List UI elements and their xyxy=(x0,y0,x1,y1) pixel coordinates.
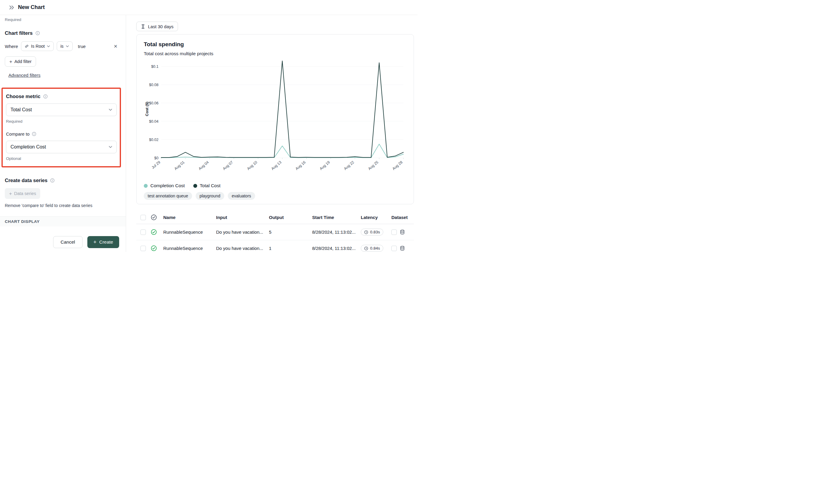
legend-dot-total-cost xyxy=(193,184,197,188)
run-input: Do you have vacation... xyxy=(216,230,268,235)
column-header-output: Output xyxy=(269,215,311,220)
filter-field-value: Is Root xyxy=(31,44,45,48)
latency-badge: 0.83s xyxy=(361,229,383,235)
project-tags: test annotation queue playground evaluat… xyxy=(144,192,406,200)
filter-value[interactable]: true xyxy=(78,44,86,49)
clock-icon xyxy=(364,230,368,234)
compare-to-label: Compare to xyxy=(6,131,29,136)
cancel-button[interactable]: Cancel xyxy=(53,236,83,248)
svg-text:$0.08: $0.08 xyxy=(149,83,159,87)
tag-test-annotation-queue[interactable]: test annotation queue xyxy=(144,192,192,200)
compare-to-heading: Compare to xyxy=(6,131,117,136)
run-name[interactable]: RunnableSequence xyxy=(163,246,215,251)
latency-badge: 0.84s xyxy=(361,245,383,252)
create-button-label: Create xyxy=(99,239,113,245)
compare-to-select[interactable]: Completion Cost xyxy=(6,141,117,153)
column-header-input: Input xyxy=(216,215,268,220)
column-header-latency: Latency xyxy=(361,215,390,220)
dataset-cell xyxy=(391,230,414,235)
tag-playground[interactable]: playground xyxy=(196,192,224,200)
dataset-checkbox[interactable] xyxy=(391,230,397,235)
metric-required-hint: Required xyxy=(6,119,117,124)
link-icon xyxy=(25,44,29,48)
chart-display-section-label: CHART DISPLAY xyxy=(0,216,126,227)
info-icon[interactable] xyxy=(50,178,55,183)
column-header-start-time: Start Time xyxy=(312,215,360,220)
filter-operator-value: is xyxy=(60,44,63,48)
column-header-dataset: Dataset xyxy=(391,215,414,220)
chart-subtitle: Total cost across multiple projects xyxy=(144,51,406,57)
time-range-label: Last 30 days xyxy=(148,24,174,29)
runs-table: Name Input Output Start Time Latency Dat… xyxy=(136,211,414,252)
svg-text:$0.02: $0.02 xyxy=(149,138,159,142)
chevron-down-icon xyxy=(66,45,69,47)
collapse-panel-icon[interactable] xyxy=(9,5,15,10)
svg-text:Aug 22: Aug 22 xyxy=(343,160,355,171)
add-filter-label: Add filter xyxy=(15,59,32,64)
legend-label-completion-cost: Completion Cost xyxy=(150,183,185,188)
dataset-checkbox[interactable] xyxy=(391,246,397,251)
create-data-series-title: Create data series xyxy=(5,177,47,183)
run-start-time: 8/28/2024, 11:13:02... xyxy=(312,230,360,235)
chart-preview-card: Total spending Total cost across multipl… xyxy=(136,34,414,204)
database-icon[interactable] xyxy=(400,230,405,235)
plus-icon: + xyxy=(9,59,12,64)
filter-operator-dropdown[interactable]: is xyxy=(57,41,72,51)
data-series-note: Remove 'compare to' field to create data… xyxy=(5,203,119,208)
chart-legend: Completion Cost Total Cost xyxy=(144,183,406,188)
run-name[interactable]: RunnableSequence xyxy=(163,230,215,235)
select-all-checkbox[interactable] xyxy=(141,215,146,220)
success-status-icon xyxy=(151,229,162,235)
page-body: Required Chart filters Where Is Root xyxy=(0,15,418,252)
latency-value: 0.84s xyxy=(370,246,380,251)
status-column-icon xyxy=(151,214,162,220)
row-checkbox[interactable] xyxy=(141,230,146,235)
svg-text:$0.04: $0.04 xyxy=(149,120,159,124)
choose-metric-title: Choose metric xyxy=(6,93,41,99)
data-series-button: + Data series xyxy=(5,188,40,199)
legend-label-total-cost: Total Cost xyxy=(200,183,221,188)
legend-item-completion-cost[interactable]: Completion Cost xyxy=(144,183,185,188)
chevron-down-icon xyxy=(109,146,112,148)
svg-text:Aug 04: Aug 04 xyxy=(198,160,209,171)
row-checkbox[interactable] xyxy=(141,246,146,251)
info-icon[interactable] xyxy=(43,94,48,99)
time-range-button[interactable]: Last 30 days xyxy=(136,22,178,31)
clock-icon xyxy=(364,246,368,251)
info-icon[interactable] xyxy=(32,132,36,136)
filter-field-dropdown[interactable]: Is Root xyxy=(21,41,54,51)
data-series-label: Data series xyxy=(14,191,36,196)
tag-evaluators[interactable]: evaluators xyxy=(228,192,255,200)
metric-select-value: Total Cost xyxy=(11,107,32,112)
remove-filter-icon[interactable]: × xyxy=(112,43,119,50)
new-chart-page: New Chart Required Chart filters Where xyxy=(0,0,418,252)
chart-filters-title: Chart filters xyxy=(5,30,33,36)
table-row[interactable]: RunnableSequence Do you have vacation...… xyxy=(136,240,414,252)
svg-text:Aug 01: Aug 01 xyxy=(174,160,185,171)
required-hint-top: Required xyxy=(5,17,119,22)
success-status-icon xyxy=(151,245,162,251)
metric-select[interactable]: Total Cost xyxy=(6,104,117,116)
svg-text:Aug 19: Aug 19 xyxy=(319,160,330,171)
add-filter-button[interactable]: + Add filter xyxy=(5,57,36,67)
legend-item-total-cost[interactable]: Total Cost xyxy=(193,183,221,188)
svg-text:$0: $0 xyxy=(154,156,159,160)
svg-text:Jul 29: Jul 29 xyxy=(151,160,161,170)
svg-text:Aug 10: Aug 10 xyxy=(246,160,258,171)
advanced-filters-link[interactable]: Advanced filters xyxy=(8,72,41,78)
page-title: New Chart xyxy=(18,4,45,10)
chart-filters-heading: Chart filters xyxy=(5,30,119,36)
run-output: 1 xyxy=(269,246,311,251)
svg-text:Aug 13: Aug 13 xyxy=(270,160,282,171)
table-row[interactable]: RunnableSequence Do you have vacation...… xyxy=(136,224,414,240)
panel-footer: Cancel + Create xyxy=(0,232,126,252)
svg-text:$0.1: $0.1 xyxy=(151,64,159,69)
database-icon[interactable] xyxy=(400,246,405,251)
info-icon[interactable] xyxy=(36,31,40,36)
run-input: Do you have vacation... xyxy=(216,246,268,251)
create-button[interactable]: + Create xyxy=(87,236,119,248)
page-header: New Chart xyxy=(0,0,418,15)
svg-text:Aug 07: Aug 07 xyxy=(222,160,234,171)
annotation-highlight-box: Choose metric Total Cost Required Compa xyxy=(1,88,121,167)
choose-metric-heading: Choose metric xyxy=(6,93,117,99)
